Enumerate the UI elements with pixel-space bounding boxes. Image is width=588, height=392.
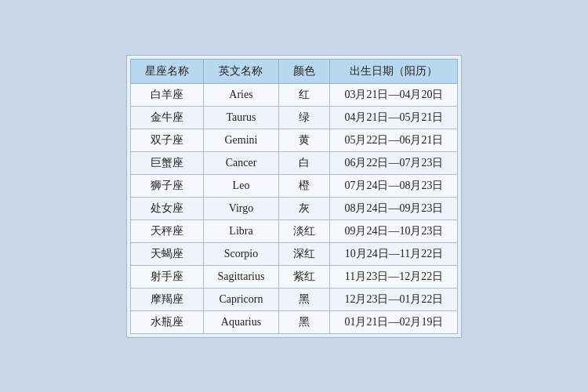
zodiac-color: 灰 xyxy=(279,197,330,220)
zodiac-english: Capricorn xyxy=(203,288,279,310)
zodiac-dates: 10月24日—11月22日 xyxy=(330,242,458,265)
zodiac-english: Libra xyxy=(203,220,279,242)
zodiac-dates: 06月22日—07月23日 xyxy=(330,151,458,174)
zodiac-color: 绿 xyxy=(279,106,330,129)
table-row: 金牛座Taurus绿04月21日—05月21日 xyxy=(130,106,458,129)
table-row: 巨蟹座Cancer白06月22日—07月23日 xyxy=(130,151,458,174)
zodiac-english: Cancer xyxy=(203,151,279,174)
table-row: 处女座Virgo灰08月24日—09月23日 xyxy=(130,197,458,220)
zodiac-chinese: 天蝎座 xyxy=(130,242,203,265)
zodiac-color: 紫红 xyxy=(279,265,330,288)
zodiac-color: 白 xyxy=(279,151,330,174)
zodiac-dates: 05月22日—06月21日 xyxy=(330,129,458,151)
col-header-chinese: 星座名称 xyxy=(130,59,203,83)
zodiac-table-container: 星座名称 英文名称 颜色 出生日期（阳历） 白羊座Aries红03月21日—04… xyxy=(126,55,463,338)
zodiac-english: Aries xyxy=(203,83,279,106)
zodiac-dates: 03月21日—04月20日 xyxy=(330,83,458,106)
table-row: 天秤座Libra淡红09月24日—10月23日 xyxy=(130,220,458,242)
zodiac-dates: 09月24日—10月23日 xyxy=(330,220,458,242)
zodiac-dates: 04月21日—05月21日 xyxy=(330,106,458,129)
zodiac-chinese: 狮子座 xyxy=(130,174,203,197)
zodiac-color: 橙 xyxy=(279,174,330,197)
zodiac-table: 星座名称 英文名称 颜色 出生日期（阳历） 白羊座Aries红03月21日—04… xyxy=(130,59,459,334)
zodiac-chinese: 白羊座 xyxy=(130,83,203,106)
zodiac-english: Leo xyxy=(203,174,279,197)
table-row: 双子座Gemini黄05月22日—06月21日 xyxy=(130,129,458,151)
zodiac-english: Sagittarius xyxy=(203,265,279,288)
zodiac-english: Aquarius xyxy=(203,310,279,333)
col-header-dates: 出生日期（阳历） xyxy=(330,59,458,83)
zodiac-chinese: 摩羯座 xyxy=(130,288,203,310)
zodiac-dates: 08月24日—09月23日 xyxy=(330,197,458,220)
col-header-color: 颜色 xyxy=(279,59,330,83)
zodiac-color: 深红 xyxy=(279,242,330,265)
zodiac-english: Scorpio xyxy=(203,242,279,265)
table-row: 摩羯座Capricorn黑12月23日—01月22日 xyxy=(130,288,458,310)
zodiac-chinese: 双子座 xyxy=(130,129,203,151)
zodiac-dates: 11月23日—12月22日 xyxy=(330,265,458,288)
zodiac-english: Gemini xyxy=(203,129,279,151)
zodiac-english: Virgo xyxy=(203,197,279,220)
col-header-english: 英文名称 xyxy=(203,59,279,83)
table-row: 水瓶座Aquarius黑01月21日—02月19日 xyxy=(130,310,458,333)
zodiac-color: 淡红 xyxy=(279,220,330,242)
zodiac-chinese: 水瓶座 xyxy=(130,310,203,333)
zodiac-dates: 07月24日—08月23日 xyxy=(330,174,458,197)
table-row: 狮子座Leo橙07月24日—08月23日 xyxy=(130,174,458,197)
table-header-row: 星座名称 英文名称 颜色 出生日期（阳历） xyxy=(130,59,458,83)
table-row: 射手座Sagittarius紫红11月23日—12月22日 xyxy=(130,265,458,288)
zodiac-chinese: 处女座 xyxy=(130,197,203,220)
zodiac-english: Taurus xyxy=(203,106,279,129)
zodiac-color: 黑 xyxy=(279,288,330,310)
zodiac-chinese: 射手座 xyxy=(130,265,203,288)
zodiac-dates: 12月23日—01月22日 xyxy=(330,288,458,310)
table-row: 天蝎座Scorpio深红10月24日—11月22日 xyxy=(130,242,458,265)
table-row: 白羊座Aries红03月21日—04月20日 xyxy=(130,83,458,106)
zodiac-color: 黑 xyxy=(279,310,330,333)
zodiac-chinese: 天秤座 xyxy=(130,220,203,242)
zodiac-color: 红 xyxy=(279,83,330,106)
zodiac-chinese: 金牛座 xyxy=(130,106,203,129)
zodiac-chinese: 巨蟹座 xyxy=(130,151,203,174)
zodiac-color: 黄 xyxy=(279,129,330,151)
zodiac-dates: 01月21日—02月19日 xyxy=(330,310,458,333)
